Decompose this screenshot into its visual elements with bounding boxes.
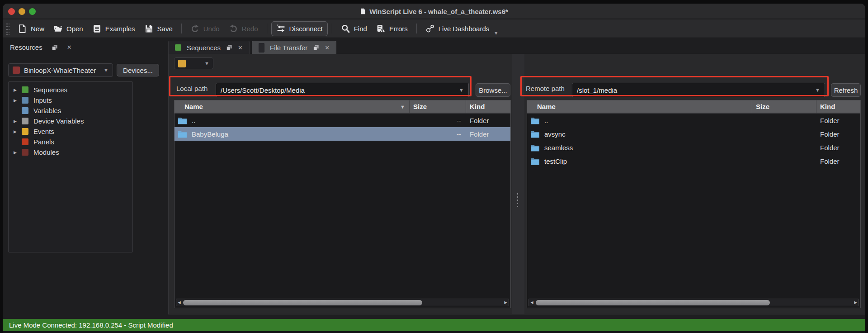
file-row-avsync[interactable]: avsyncFolder [527, 127, 860, 141]
file-size: -- [410, 114, 466, 127]
sequence-color-dropdown[interactable]: ▼ [174, 57, 213, 69]
tab-sequences[interactable]: Sequences ✕ [168, 41, 250, 54]
resources-panel-header: Resources ✕ [10, 43, 72, 51]
toolbar-button-label: Disconnect [289, 25, 323, 33]
file-row-testClip[interactable]: testClipFolder [527, 154, 860, 168]
disclosure-triangle-icon[interactable]: ▶ [13, 150, 22, 155]
tree-item-device-variables[interactable]: ▶Device Variables [9, 116, 132, 126]
sort-caret-icon[interactable]: ▼ [400, 104, 405, 109]
disclosure-triangle-icon[interactable]: ▶ [13, 98, 22, 103]
document-icon [360, 8, 366, 14]
examples-icon [92, 24, 102, 33]
toolbar-button-examples[interactable]: Examples [88, 22, 140, 36]
tree-item-sequences[interactable]: ▶Sequences [9, 85, 132, 95]
toolbar-button-undo[interactable]: Undo [186, 22, 224, 36]
toolbar-button-save[interactable]: Save [140, 22, 177, 36]
file-row-parent-dir[interactable]: ..Folder [527, 114, 860, 127]
tree-item-panels[interactable]: Panels [9, 137, 132, 147]
browse-button[interactable]: Browse... [476, 83, 510, 97]
column-header-size[interactable]: Size [752, 100, 816, 113]
live-dashboards-icon [425, 24, 435, 33]
tree-item-inputs[interactable]: ▶Inputs [9, 95, 132, 105]
close-panel-icon[interactable]: ✕ [67, 44, 72, 50]
scroll-right-icon[interactable]: ▶ [503, 299, 509, 306]
main-toolbar: NewOpenExamplesSaveUndoRedoDisconnectFin… [3, 19, 865, 38]
file-size [752, 127, 816, 141]
local-path-input[interactable]: /Users/Scott/Desktop/Media ▼ [216, 83, 469, 97]
horizontal-scrollbar[interactable]: ◀ ▶ [176, 299, 509, 306]
refresh-button[interactable]: Refresh [831, 83, 861, 97]
tree-item-label: Inputs [33, 96, 52, 104]
scrollbar-thumb[interactable] [536, 300, 770, 305]
remote-path-input[interactable]: /slot_1/media ▼ [572, 83, 825, 97]
chevron-down-icon: ▼ [204, 61, 209, 66]
close-tab-icon[interactable]: ✕ [238, 45, 243, 51]
scroll-right-icon[interactable]: ▶ [853, 299, 859, 306]
remote-path-label: Remote path [526, 85, 565, 92]
open-folder-icon [53, 24, 63, 33]
chevron-down-icon: ▼ [459, 87, 464, 93]
resources-tree: ▶Sequences▶InputsVariables▶Device Variab… [8, 81, 133, 252]
toolbar-button-disconnect[interactable]: Disconnect [271, 21, 328, 36]
resources-panel-title: Resources [10, 43, 42, 51]
toolbar-button-label: Examples [105, 25, 135, 33]
toolbar-button-errors[interactable]: Errors [372, 22, 412, 36]
file-name: seamless [544, 144, 573, 152]
disclosure-triangle-icon[interactable]: ▶ [13, 88, 22, 92]
column-header-name[interactable]: Name ▼ [175, 100, 410, 113]
color-swatch [178, 60, 186, 67]
scroll-left-icon[interactable]: ◀ [176, 299, 182, 306]
column-header-kind[interactable]: Kind [816, 100, 860, 113]
dropdown-caret-icon[interactable]: ▾ [495, 30, 497, 36]
toolbar-button-new[interactable]: New [13, 22, 49, 36]
scroll-left-icon[interactable]: ◀ [529, 299, 535, 306]
toolbar-button-find[interactable]: Find [336, 22, 372, 36]
file-kind: Folder [466, 114, 510, 127]
toolbar-button-label: Errors [389, 25, 408, 33]
toolbar-separator [181, 24, 182, 33]
sequences-tab-icon [175, 44, 181, 51]
tree-item-modules[interactable]: ▶Modules [9, 147, 132, 157]
tree-item-variables[interactable]: Variables [9, 105, 132, 116]
pane-splitter[interactable] [512, 54, 524, 314]
toolbar-button-redo[interactable]: Redo [224, 22, 263, 36]
file-kind: Folder [816, 154, 860, 168]
tree-item-color-swatch [22, 138, 28, 145]
device-selector-value: BinloopX-WhaleTheater [24, 67, 99, 74]
disclosure-triangle-icon[interactable]: ▶ [13, 119, 22, 124]
file-size: -- [410, 127, 466, 141]
toolbar-button-open[interactable]: Open [49, 22, 88, 36]
column-header-name[interactable]: Name [527, 100, 752, 113]
file-row-seamless[interactable]: seamlessFolder [527, 141, 860, 154]
tree-item-color-swatch [22, 149, 28, 156]
float-panel-icon[interactable] [52, 44, 58, 51]
toolbar-button-label: New [31, 25, 44, 33]
window-bottom-edge [3, 331, 865, 333]
app-window: WinScript Live 6 - whale_of_a_theater.ws… [3, 4, 865, 333]
toolbar-button-live-dashboards[interactable]: Live Dashboards▾ [421, 22, 502, 36]
disclosure-triangle-icon[interactable]: ▶ [13, 129, 22, 134]
tree-item-color-swatch [22, 128, 28, 135]
chevron-down-icon: ▼ [815, 87, 820, 93]
tree-item-label: Device Variables [33, 117, 84, 125]
file-row-parent-dir[interactable]: ..--Folder [175, 114, 510, 127]
device-selector-dropdown[interactable]: BinloopX-WhaleTheater ▼ [8, 63, 113, 77]
scrollbar-thumb[interactable] [183, 300, 422, 305]
float-tab-icon[interactable] [226, 44, 232, 51]
toolbar-button-label: Live Dashboards [439, 25, 490, 33]
tab-file-transfer[interactable]: File Transfer ✕ [252, 41, 336, 54]
save-icon [144, 24, 154, 33]
folder-icon [530, 117, 540, 124]
toolbar-grip-handle[interactable] [5, 22, 9, 35]
file-name: .. [544, 117, 548, 124]
file-row-BabyBeluga[interactable]: BabyBeluga--Folder [175, 127, 510, 141]
horizontal-scrollbar[interactable]: ◀ ▶ [528, 299, 859, 306]
column-header-size[interactable]: Size [410, 100, 466, 113]
devices-button[interactable]: Devices... [117, 64, 159, 76]
tree-item-events[interactable]: ▶Events [9, 126, 132, 137]
toolbar-button-label: Save [157, 25, 173, 33]
column-header-kind[interactable]: Kind [466, 100, 510, 113]
close-tab-icon[interactable]: ✕ [325, 45, 330, 51]
file-size [752, 141, 816, 154]
float-tab-icon[interactable] [313, 44, 319, 51]
